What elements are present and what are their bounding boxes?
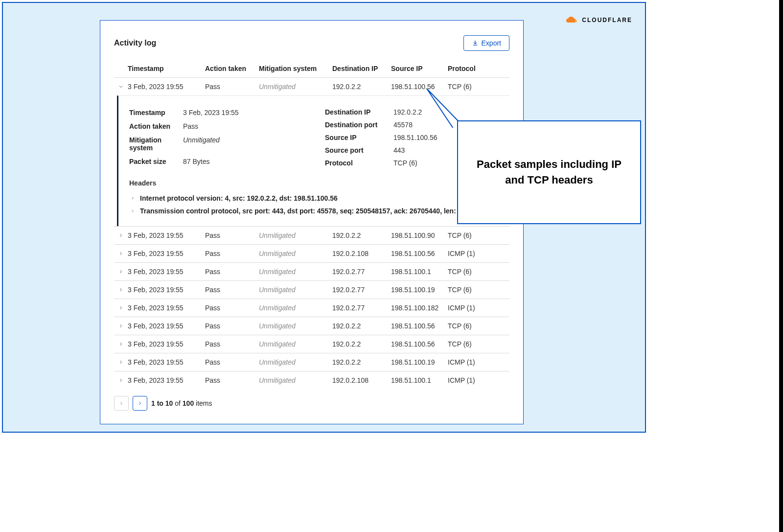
expand-toggle[interactable] [114, 269, 128, 275]
cell-action: Pass [205, 340, 259, 348]
cell-src-ip: 198.51.100.56 [391, 83, 448, 91]
value-dst-port: 45578 [393, 118, 413, 131]
expand-toggle[interactable] [114, 232, 128, 238]
cell-action: Pass [205, 250, 259, 257]
cell-protocol: ICMP (1) [448, 376, 509, 384]
cell-timestamp: 3 Feb, 2023 19:55 [128, 286, 205, 294]
table-row[interactable]: 3 Feb, 2023 19:55PassUnmitigated192.0.2.… [114, 77, 509, 95]
chevron-left-icon [118, 400, 124, 406]
cell-timestamp: 3 Feb, 2023 19:55 [128, 340, 205, 348]
cell-action: Pass [205, 322, 259, 330]
table-row[interactable]: 3 Feb, 2023 19:55PassUnmitigated192.0.2.… [114, 280, 509, 299]
value-packet-size: 87 Bytes [183, 155, 209, 168]
page-range: 1 to 10 [151, 399, 173, 407]
cell-action: Pass [205, 231, 259, 239]
cell-src-ip: 198.51.100.1 [391, 376, 448, 384]
cell-action: Pass [205, 376, 259, 384]
cell-protocol: TCP (6) [448, 268, 509, 276]
cell-timestamp: 3 Feb, 2023 19:55 [128, 83, 205, 91]
expand-toggle[interactable] [114, 84, 128, 90]
cell-dst-ip: 192.0.2.77 [332, 304, 391, 312]
next-page-button[interactable] [133, 396, 147, 411]
pagination-text: 1 to 10 of 100 items [151, 399, 212, 407]
brand-logo: CLOUDFLARE [565, 16, 632, 24]
expanded-details: Timestamp3 Feb, 2023 19:55Action takenPa… [117, 95, 509, 226]
table-row[interactable]: 3 Feb, 2023 19:55PassUnmitigated192.0.2.… [114, 262, 509, 280]
table-row[interactable]: 3 Feb, 2023 19:55PassUnmitigated192.0.2.… [114, 299, 509, 317]
header-text: Transmission control protocol, src port:… [140, 207, 472, 215]
cell-protocol: TCP (6) [448, 322, 509, 330]
label-src-ip: Source IP [325, 131, 393, 144]
cell-mitigation: Unmitigated [259, 286, 332, 294]
cell-timestamp: 3 Feb, 2023 19:55 [128, 376, 205, 384]
cloud-icon [565, 16, 579, 24]
panel-title: Activity log [114, 39, 156, 47]
cell-timestamp: 3 Feb, 2023 19:55 [128, 250, 205, 257]
table-row[interactable]: 3 Feb, 2023 19:55PassUnmitigated192.0.2.… [114, 244, 509, 262]
cell-mitigation: Unmitigated [259, 268, 332, 276]
expand-toggle[interactable] [114, 341, 128, 347]
col-mitigation: Mitigation system [259, 65, 332, 72]
table-row[interactable]: 3 Feb, 2023 19:55PassUnmitigated192.0.2.… [114, 335, 509, 353]
outer-frame: CLOUDFLARE Activity log Export Timestamp… [2, 2, 646, 433]
expand-toggle[interactable] [114, 251, 128, 256]
export-label: Export [482, 39, 501, 47]
cell-protocol: ICMP (1) [448, 358, 509, 366]
expand-toggle[interactable] [114, 323, 128, 329]
cell-src-ip: 198.51.100.19 [391, 358, 448, 366]
cell-src-ip: 198.51.100.19 [391, 286, 448, 294]
cell-timestamp: 3 Feb, 2023 19:55 [128, 358, 205, 366]
expand-toggle[interactable] [114, 287, 128, 293]
value-dst-ip: 192.0.2.2 [393, 106, 422, 118]
cell-dst-ip: 192.0.2.2 [332, 358, 391, 366]
label-mitigation: Mitigation system [129, 133, 183, 155]
table-row[interactable]: 3 Feb, 2023 19:55PassUnmitigated192.0.2.… [114, 353, 509, 371]
value-timestamp: 3 Feb, 2023 19:55 [183, 106, 239, 119]
value-src-ip: 198.51.100.56 [393, 131, 438, 144]
cell-protocol: ICMP (1) [448, 250, 509, 257]
chevron-right-icon [137, 400, 143, 406]
prev-page-button[interactable] [114, 396, 129, 411]
cell-action: Pass [205, 268, 259, 276]
cell-mitigation: Unmitigated [259, 304, 332, 312]
export-button[interactable]: Export [463, 35, 509, 51]
header-line[interactable]: Internet protocol version: 4, src: 192.0… [129, 192, 509, 205]
col-protocol: Protocol [448, 65, 509, 72]
headers-title: Headers [129, 179, 509, 187]
cell-src-ip: 198.51.100.182 [391, 304, 448, 312]
cell-mitigation: Unmitigated [259, 358, 332, 366]
cell-src-ip: 198.51.100.56 [391, 340, 448, 348]
label-timestamp: Timestamp [129, 106, 183, 119]
table-header: Timestamp Action taken Mitigation system… [114, 62, 509, 77]
cell-timestamp: 3 Feb, 2023 19:55 [128, 322, 205, 330]
cell-dst-ip: 192.0.2.2 [332, 83, 391, 91]
expand-toggle[interactable] [114, 377, 128, 383]
value-src-port: 443 [393, 144, 405, 157]
table-row[interactable]: 3 Feb, 2023 19:55PassUnmitigated192.0.2.… [114, 317, 509, 335]
cell-timestamp: 3 Feb, 2023 19:55 [128, 268, 205, 276]
cell-mitigation: Unmitigated [259, 83, 332, 91]
col-timestamp: Timestamp [128, 65, 205, 72]
cell-protocol: TCP (6) [448, 340, 509, 348]
callout-text: Packet samples including IP and TCP head… [472, 157, 626, 188]
pagination: 1 to 10 of 100 items [114, 396, 509, 411]
table-row[interactable]: 3 Feb, 2023 19:55PassUnmitigated192.0.2.… [114, 226, 509, 244]
cell-mitigation: Unmitigated [259, 340, 332, 348]
expand-toggle[interactable] [114, 359, 128, 365]
cell-protocol: TCP (6) [448, 83, 509, 91]
download-icon [472, 40, 479, 46]
cell-timestamp: 3 Feb, 2023 19:55 [128, 304, 205, 312]
page-total: 100 [183, 399, 194, 407]
cell-src-ip: 198.51.100.56 [391, 322, 448, 330]
cell-src-ip: 198.51.100.1 [391, 268, 448, 276]
label-action: Action taken [129, 119, 183, 133]
cell-protocol: ICMP (1) [448, 304, 509, 312]
cell-protocol: TCP (6) [448, 231, 509, 239]
table-row[interactable]: 3 Feb, 2023 19:55PassUnmitigated192.0.2.… [114, 371, 509, 389]
cell-dst-ip: 192.0.2.108 [332, 376, 391, 384]
col-dst-ip: Destination IP [332, 65, 391, 72]
expand-toggle[interactable] [114, 305, 128, 311]
cell-mitigation: Unmitigated [259, 322, 332, 330]
header-line[interactable]: Transmission control protocol, src port:… [129, 205, 509, 217]
cell-dst-ip: 192.0.2.77 [332, 268, 391, 276]
